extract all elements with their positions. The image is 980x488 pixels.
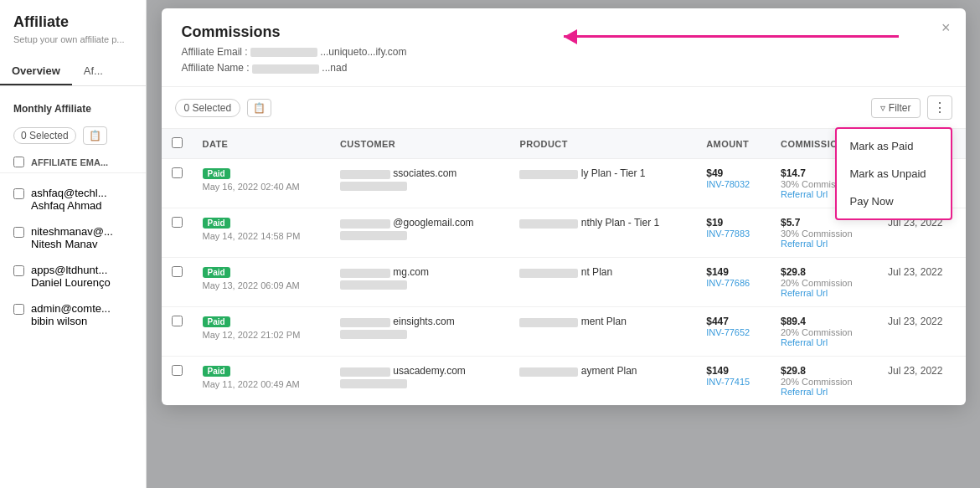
list-item: admin@comte... bibin wilson	[0, 295, 146, 334]
row-amount-value-3: $447	[706, 316, 761, 327]
col-product: PRODUCT	[509, 129, 696, 159]
customer-partial-0: ssociates.com	[393, 167, 456, 179]
row-product-3: ment Plan	[509, 307, 696, 357]
row-amount-0: $49 INV-78032	[696, 159, 771, 208]
product-partial-1: nthly Plan - Tier 1	[581, 217, 659, 229]
product-blurred-2	[519, 269, 578, 278]
row-referral-1[interactable]: Referral Url	[781, 239, 868, 249]
product-blurred-1	[519, 219, 578, 229]
product-partial-4: ayment Plan	[581, 365, 637, 377]
sidebar-checkbox-1[interactable]	[13, 227, 24, 238]
sidebar-name-0: Ashfaq Ahmad	[31, 199, 107, 212]
table-row: Paid May 13, 2022 06:09 AM mg.com nt Pla…	[162, 258, 966, 307]
customer-blurred2-4	[340, 379, 407, 388]
row-amount-1: $19 INV-77883	[696, 208, 771, 258]
paid-badge-0: Paid	[203, 168, 230, 179]
row-checkbox-1[interactable]	[162, 208, 193, 258]
row-date-text-0: May 16, 2022 02:40 AM	[203, 182, 300, 192]
row-invoice-2: INV-77686	[706, 278, 761, 288]
sidebar-nav-af[interactable]: Af...	[72, 58, 115, 85]
modal-toolbar: 0 Selected 📋 ▿ Filter ⋮ Mark as Paid Mar…	[162, 87, 966, 129]
sidebar-checkbox-0[interactable]	[13, 188, 24, 199]
more-options-button[interactable]: ⋮	[927, 95, 952, 120]
row-invoice-4: INV-77415	[706, 377, 761, 387]
sidebar-title: Affiliate	[0, 13, 146, 34]
export-button[interactable]: 📋	[247, 99, 271, 117]
row-date-2: Paid May 13, 2022 06:09 AM	[193, 258, 330, 307]
affiliate-name-blurred	[252, 64, 319, 74]
sidebar-header-checkbox[interactable]	[13, 157, 24, 167]
row-commission-value-4: $29.8	[781, 365, 868, 377]
row-date-text-2: May 13, 2022 06:09 AM	[203, 280, 300, 290]
row-checkbox-0[interactable]	[162, 159, 193, 208]
sidebar-nav-overview[interactable]: Overview	[0, 58, 72, 85]
modal-close-button[interactable]: ×	[941, 20, 951, 35]
row-invoice-0: INV-78032	[706, 179, 761, 189]
paid-badge-2: Paid	[203, 267, 230, 278]
list-item: ashfaq@techl... Ashfaq Ahmad	[0, 180, 146, 218]
row-product-0: ly Plan - Tier 1	[509, 159, 696, 208]
row-paid-date-3: Jul 23, 2022	[878, 307, 965, 357]
row-paid-date-2: Jul 23, 2022	[878, 258, 965, 307]
row-commission-4: $29.8 20% Commission Referral Url	[771, 357, 878, 406]
sidebar-selected-bar: 0 Selected 📋	[0, 121, 146, 150]
row-product-4: ayment Plan	[509, 357, 696, 406]
row-date-1: Paid May 14, 2022 14:58 PM	[193, 208, 330, 258]
table-row: Paid May 12, 2022 21:02 PM einsights.com…	[162, 307, 966, 357]
customer-blurred-0	[340, 170, 390, 179]
row-amount-3: $447 INV-77652	[696, 307, 771, 357]
row-commission-value-3: $89.4	[781, 316, 868, 327]
sidebar-nav: Overview Af...	[0, 58, 146, 86]
filter-label: Filter	[889, 102, 911, 114]
row-amount-4: $149 INV-77415	[696, 357, 771, 406]
selected-badge: 0 Selected	[175, 99, 241, 117]
row-date-0: Paid May 16, 2022 02:40 AM	[193, 159, 330, 208]
mark-as-unpaid-item[interactable]: Mark as Unpaid	[837, 160, 951, 187]
product-blurred-3	[519, 318, 578, 327]
sidebar-name-1: Nitesh Manav	[31, 238, 113, 250]
mark-as-paid-item[interactable]: Mark as Paid	[837, 132, 951, 160]
sidebar-selected-count: 0 Selected	[13, 127, 76, 144]
customer-blurred-3	[340, 318, 390, 327]
modal-header: Commissions Affiliate Email : ...uniquet…	[162, 8, 966, 87]
row-referral-4[interactable]: Referral Url	[781, 387, 868, 397]
customer-blurred2-3	[340, 330, 407, 339]
product-blurred-4	[519, 367, 578, 377]
list-item: niteshmanav@... Nitesh Manav	[0, 218, 146, 257]
filter-icon: ▿	[880, 102, 885, 114]
row-referral-2[interactable]: Referral Url	[781, 288, 868, 298]
sidebar-subtitle: Setup your own affiliate p...	[0, 34, 146, 58]
row-customer-1: @googlemail.com	[330, 208, 509, 258]
row-customer-0: ssociates.com	[330, 159, 509, 208]
sidebar-col-email: AFFILIATE EMA...	[31, 157, 108, 167]
modal-meta-email: Affiliate Email : ...uniqueto...ify.com	[182, 44, 946, 60]
row-amount-2: $149 INV-77686	[696, 258, 771, 307]
row-product-2: nt Plan	[509, 258, 696, 307]
row-checkbox-4[interactable]	[162, 357, 193, 406]
sidebar-export-button[interactable]: 📋	[83, 126, 107, 145]
sidebar-email-1: niteshmanav@...	[31, 225, 113, 238]
row-amount-value-2: $149	[706, 266, 761, 278]
sidebar: Affiliate Setup your own affiliate p... …	[0, 0, 147, 488]
row-amount-value-1: $19	[706, 217, 761, 229]
customer-blurred-1	[340, 219, 390, 229]
row-referral-3[interactable]: Referral Url	[781, 337, 868, 347]
sidebar-checkbox-2[interactable]	[13, 265, 24, 276]
paid-badge-3: Paid	[203, 316, 230, 327]
row-amount-value-0: $49	[706, 167, 761, 179]
row-commission-2: $29.8 20% Commission Referral Url	[771, 258, 878, 307]
row-checkbox-3[interactable]	[162, 307, 193, 357]
row-customer-3: einsights.com	[330, 307, 509, 357]
row-customer-2: mg.com	[330, 258, 509, 307]
select-all-checkbox[interactable]	[172, 137, 183, 148]
row-date-text-1: May 14, 2022 14:58 PM	[203, 231, 301, 241]
row-checkbox-2[interactable]	[162, 258, 193, 307]
row-invoice-1: INV-77883	[706, 229, 761, 239]
row-paid-date-text-2: Jul 23, 2022	[888, 266, 942, 278]
filter-button[interactable]: ▿ Filter	[871, 98, 921, 118]
pay-now-item[interactable]: Pay Now	[837, 187, 951, 215]
product-partial-3: ment Plan	[581, 316, 627, 327]
customer-partial-3: einsights.com	[393, 316, 454, 327]
affiliate-email-blurred	[250, 48, 317, 57]
sidebar-checkbox-3[interactable]	[13, 304, 24, 315]
